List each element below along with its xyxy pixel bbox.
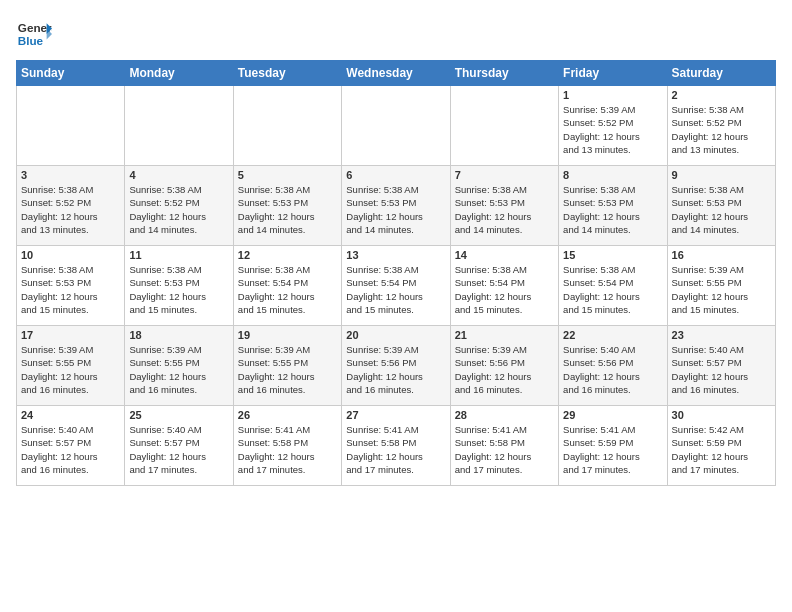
day-number: 29 xyxy=(563,409,662,421)
day-cell: 10Sunrise: 5:38 AM Sunset: 5:53 PM Dayli… xyxy=(17,246,125,326)
day-cell: 7Sunrise: 5:38 AM Sunset: 5:53 PM Daylig… xyxy=(450,166,558,246)
col-header-sunday: Sunday xyxy=(17,61,125,86)
day-cell xyxy=(342,86,450,166)
calendar: SundayMondayTuesdayWednesdayThursdayFrid… xyxy=(16,60,776,486)
week-row-4: 17Sunrise: 5:39 AM Sunset: 5:55 PM Dayli… xyxy=(17,326,776,406)
calendar-header-row: SundayMondayTuesdayWednesdayThursdayFrid… xyxy=(17,61,776,86)
day-info: Sunrise: 5:39 AM Sunset: 5:55 PM Dayligh… xyxy=(129,343,228,396)
day-number: 12 xyxy=(238,249,337,261)
day-info: Sunrise: 5:40 AM Sunset: 5:57 PM Dayligh… xyxy=(129,423,228,476)
day-number: 9 xyxy=(672,169,771,181)
day-number: 6 xyxy=(346,169,445,181)
day-cell: 8Sunrise: 5:38 AM Sunset: 5:53 PM Daylig… xyxy=(559,166,667,246)
day-number: 19 xyxy=(238,329,337,341)
day-cell: 23Sunrise: 5:40 AM Sunset: 5:57 PM Dayli… xyxy=(667,326,775,406)
day-number: 27 xyxy=(346,409,445,421)
day-number: 5 xyxy=(238,169,337,181)
day-number: 13 xyxy=(346,249,445,261)
col-header-thursday: Thursday xyxy=(450,61,558,86)
day-info: Sunrise: 5:40 AM Sunset: 5:57 PM Dayligh… xyxy=(672,343,771,396)
day-cell: 11Sunrise: 5:38 AM Sunset: 5:53 PM Dayli… xyxy=(125,246,233,326)
week-row-2: 3Sunrise: 5:38 AM Sunset: 5:52 PM Daylig… xyxy=(17,166,776,246)
page-header: General Blue xyxy=(16,16,776,52)
day-number: 22 xyxy=(563,329,662,341)
day-number: 24 xyxy=(21,409,120,421)
day-number: 18 xyxy=(129,329,228,341)
day-info: Sunrise: 5:39 AM Sunset: 5:55 PM Dayligh… xyxy=(672,263,771,316)
day-info: Sunrise: 5:38 AM Sunset: 5:52 PM Dayligh… xyxy=(672,103,771,156)
day-cell: 4Sunrise: 5:38 AM Sunset: 5:52 PM Daylig… xyxy=(125,166,233,246)
day-number: 10 xyxy=(21,249,120,261)
day-number: 15 xyxy=(563,249,662,261)
day-cell: 17Sunrise: 5:39 AM Sunset: 5:55 PM Dayli… xyxy=(17,326,125,406)
day-info: Sunrise: 5:38 AM Sunset: 5:53 PM Dayligh… xyxy=(346,183,445,236)
day-number: 23 xyxy=(672,329,771,341)
day-number: 21 xyxy=(455,329,554,341)
day-number: 20 xyxy=(346,329,445,341)
day-info: Sunrise: 5:38 AM Sunset: 5:53 PM Dayligh… xyxy=(129,263,228,316)
day-cell: 26Sunrise: 5:41 AM Sunset: 5:58 PM Dayli… xyxy=(233,406,341,486)
day-cell xyxy=(17,86,125,166)
day-info: Sunrise: 5:41 AM Sunset: 5:58 PM Dayligh… xyxy=(238,423,337,476)
day-cell: 30Sunrise: 5:42 AM Sunset: 5:59 PM Dayli… xyxy=(667,406,775,486)
day-cell: 1Sunrise: 5:39 AM Sunset: 5:52 PM Daylig… xyxy=(559,86,667,166)
day-number: 26 xyxy=(238,409,337,421)
week-row-3: 10Sunrise: 5:38 AM Sunset: 5:53 PM Dayli… xyxy=(17,246,776,326)
day-info: Sunrise: 5:38 AM Sunset: 5:54 PM Dayligh… xyxy=(346,263,445,316)
day-cell: 5Sunrise: 5:38 AM Sunset: 5:53 PM Daylig… xyxy=(233,166,341,246)
day-info: Sunrise: 5:39 AM Sunset: 5:56 PM Dayligh… xyxy=(455,343,554,396)
day-cell: 14Sunrise: 5:38 AM Sunset: 5:54 PM Dayli… xyxy=(450,246,558,326)
day-number: 17 xyxy=(21,329,120,341)
day-cell: 25Sunrise: 5:40 AM Sunset: 5:57 PM Dayli… xyxy=(125,406,233,486)
day-info: Sunrise: 5:40 AM Sunset: 5:56 PM Dayligh… xyxy=(563,343,662,396)
day-info: Sunrise: 5:38 AM Sunset: 5:53 PM Dayligh… xyxy=(238,183,337,236)
day-info: Sunrise: 5:42 AM Sunset: 5:59 PM Dayligh… xyxy=(672,423,771,476)
day-number: 7 xyxy=(455,169,554,181)
day-info: Sunrise: 5:39 AM Sunset: 5:56 PM Dayligh… xyxy=(346,343,445,396)
day-cell: 16Sunrise: 5:39 AM Sunset: 5:55 PM Dayli… xyxy=(667,246,775,326)
col-header-monday: Monday xyxy=(125,61,233,86)
day-number: 3 xyxy=(21,169,120,181)
day-info: Sunrise: 5:38 AM Sunset: 5:52 PM Dayligh… xyxy=(21,183,120,236)
day-number: 11 xyxy=(129,249,228,261)
day-number: 8 xyxy=(563,169,662,181)
day-cell: 12Sunrise: 5:38 AM Sunset: 5:54 PM Dayli… xyxy=(233,246,341,326)
day-info: Sunrise: 5:38 AM Sunset: 5:52 PM Dayligh… xyxy=(129,183,228,236)
day-cell: 28Sunrise: 5:41 AM Sunset: 5:58 PM Dayli… xyxy=(450,406,558,486)
day-number: 30 xyxy=(672,409,771,421)
logo: General Blue xyxy=(16,16,52,52)
col-header-wednesday: Wednesday xyxy=(342,61,450,86)
col-header-friday: Friday xyxy=(559,61,667,86)
day-cell: 29Sunrise: 5:41 AM Sunset: 5:59 PM Dayli… xyxy=(559,406,667,486)
day-info: Sunrise: 5:38 AM Sunset: 5:53 PM Dayligh… xyxy=(21,263,120,316)
day-info: Sunrise: 5:38 AM Sunset: 5:54 PM Dayligh… xyxy=(563,263,662,316)
day-info: Sunrise: 5:40 AM Sunset: 5:57 PM Dayligh… xyxy=(21,423,120,476)
day-info: Sunrise: 5:41 AM Sunset: 5:58 PM Dayligh… xyxy=(455,423,554,476)
week-row-1: 1Sunrise: 5:39 AM Sunset: 5:52 PM Daylig… xyxy=(17,86,776,166)
day-cell: 2Sunrise: 5:38 AM Sunset: 5:52 PM Daylig… xyxy=(667,86,775,166)
day-info: Sunrise: 5:39 AM Sunset: 5:55 PM Dayligh… xyxy=(238,343,337,396)
day-cell xyxy=(125,86,233,166)
day-info: Sunrise: 5:38 AM Sunset: 5:54 PM Dayligh… xyxy=(455,263,554,316)
day-info: Sunrise: 5:41 AM Sunset: 5:58 PM Dayligh… xyxy=(346,423,445,476)
day-cell: 6Sunrise: 5:38 AM Sunset: 5:53 PM Daylig… xyxy=(342,166,450,246)
svg-text:Blue: Blue xyxy=(18,34,44,47)
day-number: 25 xyxy=(129,409,228,421)
day-cell xyxy=(450,86,558,166)
day-cell: 18Sunrise: 5:39 AM Sunset: 5:55 PM Dayli… xyxy=(125,326,233,406)
day-number: 2 xyxy=(672,89,771,101)
day-cell: 24Sunrise: 5:40 AM Sunset: 5:57 PM Dayli… xyxy=(17,406,125,486)
day-info: Sunrise: 5:38 AM Sunset: 5:53 PM Dayligh… xyxy=(455,183,554,236)
day-info: Sunrise: 5:38 AM Sunset: 5:53 PM Dayligh… xyxy=(563,183,662,236)
day-number: 16 xyxy=(672,249,771,261)
day-info: Sunrise: 5:39 AM Sunset: 5:52 PM Dayligh… xyxy=(563,103,662,156)
logo-icon: General Blue xyxy=(16,16,52,52)
col-header-tuesday: Tuesday xyxy=(233,61,341,86)
day-info: Sunrise: 5:41 AM Sunset: 5:59 PM Dayligh… xyxy=(563,423,662,476)
day-cell: 19Sunrise: 5:39 AM Sunset: 5:55 PM Dayli… xyxy=(233,326,341,406)
col-header-saturday: Saturday xyxy=(667,61,775,86)
day-cell: 3Sunrise: 5:38 AM Sunset: 5:52 PM Daylig… xyxy=(17,166,125,246)
day-number: 28 xyxy=(455,409,554,421)
day-cell: 27Sunrise: 5:41 AM Sunset: 5:58 PM Dayli… xyxy=(342,406,450,486)
day-cell: 13Sunrise: 5:38 AM Sunset: 5:54 PM Dayli… xyxy=(342,246,450,326)
